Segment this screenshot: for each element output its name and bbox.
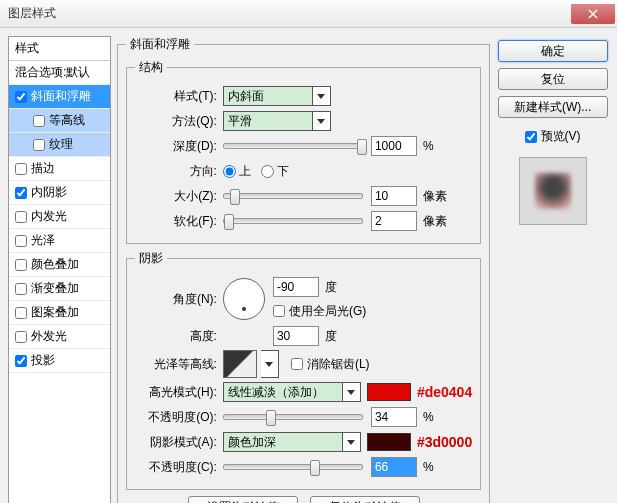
shadow-opacity-slider[interactable] [223,464,363,470]
size-unit: 像素 [423,188,447,205]
chevron-down-icon[interactable] [343,432,361,452]
direction-down[interactable]: 下 [261,163,289,180]
depth-input[interactable] [371,136,417,156]
style-item-渐变叠加[interactable]: 渐变叠加 [9,277,110,301]
highlight-mode-label: 高光模式(H): [135,384,223,401]
highlight-mode-combo[interactable]: 线性减淡（添加） [223,382,361,402]
angle-label: 角度(N): [135,291,223,308]
close-button[interactable] [571,4,615,24]
altitude-unit: 度 [325,328,337,345]
style-item-label: 内发光 [31,208,67,225]
style-checkbox[interactable] [15,259,27,271]
antialias-checkbox[interactable] [291,358,303,370]
soften-unit: 像素 [423,213,447,230]
highlight-opacity-input[interactable] [371,407,417,427]
angle-dial[interactable] [223,278,265,320]
depth-unit: % [423,139,434,153]
style-item-纹理[interactable]: 纹理 [9,133,110,157]
bevel-group: 斜面和浮雕 结构 样式(T): 内斜面 方法(Q): 平滑 [117,36,490,503]
soften-label: 软化(F): [135,213,223,230]
shading-title: 阴影 [135,250,167,267]
shading-group: 阴影 角度(N): 度 使用全局光(G) [126,250,481,490]
method-label: 方法(Q): [135,113,223,130]
size-slider[interactable] [223,193,363,199]
angle-unit: 度 [325,279,337,296]
style-item-投影[interactable]: 投影 [9,349,110,373]
blend-options[interactable]: 混合选项:默认 [9,61,110,85]
style-checkbox[interactable] [15,235,27,247]
style-checkbox[interactable] [15,163,27,175]
structure-group: 结构 样式(T): 内斜面 方法(Q): 平滑 深度(D [126,59,481,244]
style-checkbox[interactable] [15,355,27,367]
shadow-mode-label: 阴影模式(A): [135,434,223,451]
style-item-等高线[interactable]: 等高线 [9,109,110,133]
highlight-hex: #de0404 [417,384,472,400]
style-item-图案叠加[interactable]: 图案叠加 [9,301,110,325]
cancel-button[interactable]: 复位 [498,68,608,90]
styles-list: 样式 混合选项:默认 斜面和浮雕等高线纹理描边内阴影内发光光泽颜色叠加渐变叠加图… [8,36,111,503]
antialias-label: 消除锯齿(L) [307,356,370,373]
chevron-down-icon[interactable] [343,382,361,402]
gloss-contour[interactable] [223,350,257,378]
reset-default-button[interactable]: 复位为默认值 [310,496,420,503]
style-checkbox[interactable] [15,331,27,343]
style-checkbox[interactable] [15,187,27,199]
preview-thumbnail [535,173,571,209]
shadow-mode-combo[interactable]: 颜色加深 [223,432,361,452]
altitude-input[interactable] [273,326,319,346]
style-item-label: 外发光 [31,328,67,345]
method-combo[interactable]: 平滑 [223,111,331,131]
chevron-down-icon[interactable] [313,111,331,131]
style-checkbox[interactable] [15,91,27,103]
style-checkbox[interactable] [33,115,45,127]
depth-slider[interactable] [223,143,363,149]
chevron-down-icon[interactable] [261,350,279,378]
style-checkbox[interactable] [33,139,45,151]
style-item-label: 图案叠加 [31,304,79,321]
direction-up[interactable]: 上 [223,163,251,180]
style-item-label: 纹理 [49,136,73,153]
make-default-button[interactable]: 设置为默认值 [188,496,298,503]
shadow-color-swatch[interactable] [367,433,411,451]
size-input[interactable] [371,186,417,206]
highlight-opacity-label: 不透明度(O): [135,409,223,426]
style-checkbox[interactable] [15,307,27,319]
style-item-斜面和浮雕[interactable]: 斜面和浮雕 [9,85,110,109]
gloss-label: 光泽等高线: [135,356,223,373]
style-checkbox[interactable] [15,283,27,295]
soften-input[interactable] [371,211,417,231]
style-checkbox[interactable] [15,211,27,223]
preview-checkbox[interactable] [525,131,537,143]
altitude-label: 高度: [135,328,223,345]
style-item-label: 渐变叠加 [31,280,79,297]
shadow-opacity-input[interactable] [371,457,417,477]
highlight-opacity-slider[interactable] [223,414,363,420]
structure-title: 结构 [135,59,167,76]
style-item-描边[interactable]: 描边 [9,157,110,181]
style-item-label: 投影 [31,352,55,369]
global-light-label: 使用全局光(G) [289,303,366,320]
center-panel: 斜面和浮雕 结构 样式(T): 内斜面 方法(Q): 平滑 [117,36,490,503]
angle-input[interactable] [273,277,319,297]
bevel-title: 斜面和浮雕 [126,36,194,53]
style-item-颜色叠加[interactable]: 颜色叠加 [9,253,110,277]
ok-button[interactable]: 确定 [498,40,608,62]
preview-checkbox-row[interactable]: 预览(V) [525,128,581,145]
style-combo[interactable]: 内斜面 [223,86,331,106]
style-item-光泽[interactable]: 光泽 [9,229,110,253]
global-light-checkbox[interactable] [273,305,285,317]
style-item-外发光[interactable]: 外发光 [9,325,110,349]
close-icon [588,9,598,19]
style-item-内发光[interactable]: 内发光 [9,205,110,229]
style-item-label: 颜色叠加 [31,256,79,273]
title-bar: 图层样式 [0,0,617,28]
style-label: 样式(T): [135,88,223,105]
style-item-label: 等高线 [49,112,85,129]
style-item-内阴影[interactable]: 内阴影 [9,181,110,205]
soften-slider[interactable] [223,218,363,224]
new-style-button[interactable]: 新建样式(W)... [498,96,608,118]
chevron-down-icon[interactable] [313,86,331,106]
highlight-color-swatch[interactable] [367,383,411,401]
shadow-hex: #3d0000 [417,434,472,450]
direction-label: 方向: [135,163,223,180]
